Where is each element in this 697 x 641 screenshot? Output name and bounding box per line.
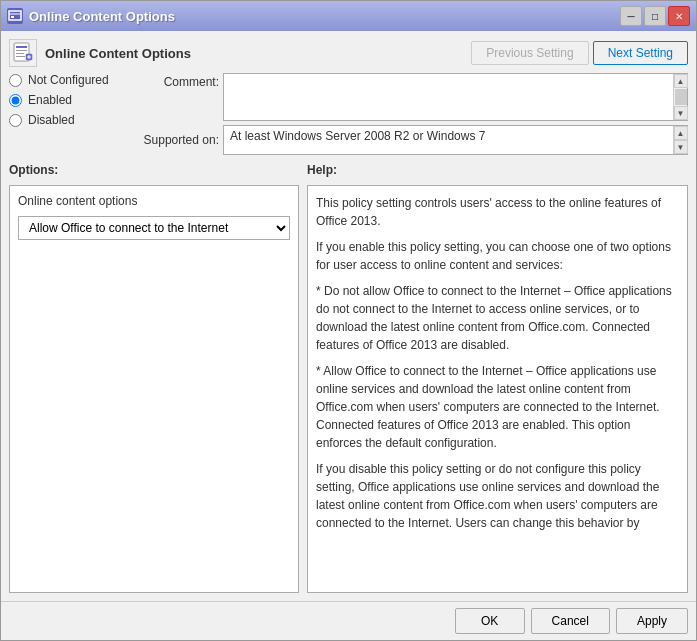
title-bar-left: Online Content Options [7, 8, 175, 24]
comment-row: Comment: ▲ ▼ [139, 73, 688, 121]
options-panel: Online content options Allow Office to c… [9, 185, 299, 593]
help-para-4: * Allow Office to connect to the Interne… [316, 362, 679, 452]
enabled-row: Enabled [9, 93, 129, 107]
comment-label: Comment: [139, 73, 219, 89]
bottom-bar: OK Cancel Apply [1, 601, 696, 640]
svg-rect-2 [11, 16, 14, 18]
policy-title: Online Content Options [45, 46, 191, 61]
enabled-label: Enabled [28, 93, 72, 107]
options-box: Online content options Allow Office to c… [9, 185, 299, 593]
svg-rect-7 [16, 56, 25, 57]
supported-value: At least Windows Server 2008 R2 or Windo… [224, 126, 673, 154]
top-section: Not Configured Enabled Disabled Comment: [9, 73, 688, 155]
svg-rect-6 [16, 53, 24, 54]
disabled-row: Disabled [9, 113, 129, 127]
top-bar-left: Online Content Options [9, 39, 191, 67]
close-button[interactable]: ✕ [668, 6, 690, 26]
ok-button[interactable]: OK [455, 608, 525, 634]
svg-rect-4 [16, 46, 27, 48]
scroll-down-arrow[interactable]: ▼ [674, 106, 688, 120]
help-panel: This policy setting controls users' acce… [307, 185, 688, 593]
cancel-button[interactable]: Cancel [531, 608, 610, 634]
help-para-2: If you enable this policy setting, you c… [316, 238, 679, 274]
comment-scrollbar: ▲ ▼ [673, 74, 687, 120]
main-window: Online Content Options ─ □ ✕ [0, 0, 697, 641]
window-content: Online Content Options Previous Setting … [1, 31, 696, 601]
prev-setting-button[interactable]: Previous Setting [471, 41, 588, 65]
divider-row: Options: Help: [9, 161, 688, 179]
window-title: Online Content Options [29, 9, 175, 24]
supported-scroll-up[interactable]: ▲ [674, 126, 688, 140]
options-dropdown[interactable]: Allow Office to connect to the Internet … [18, 216, 290, 240]
not-configured-label: Not Configured [28, 73, 109, 87]
options-box-label: Online content options [18, 194, 290, 208]
supported-scrollbar: ▲ ▼ [673, 126, 687, 154]
maximize-button[interactable]: □ [644, 6, 666, 26]
help-para-1: This policy setting controls users' acce… [316, 194, 679, 230]
enabled-radio[interactable] [9, 94, 22, 107]
next-setting-button[interactable]: Next Setting [593, 41, 688, 65]
title-bar: Online Content Options ─ □ ✕ [1, 1, 696, 31]
not-configured-row: Not Configured [9, 73, 129, 87]
svg-rect-0 [9, 11, 21, 20]
scroll-up-arrow[interactable]: ▲ [674, 74, 688, 88]
help-header: Help: [307, 163, 688, 177]
not-configured-radio[interactable] [9, 74, 22, 87]
nav-buttons: Previous Setting Next Setting [471, 41, 688, 65]
supported-row: Supported on: At least Windows Server 20… [139, 125, 688, 155]
help-para-3: * Do not allow Office to connect to the … [316, 282, 679, 354]
help-para-5: If you disable this policy setting or do… [316, 460, 679, 532]
disabled-radio[interactable] [9, 114, 22, 127]
supported-scroll-down[interactable]: ▼ [674, 140, 688, 154]
scroll-thumb [675, 89, 687, 105]
supported-field-wrap: At least Windows Server 2008 R2 or Windo… [223, 125, 688, 155]
top-bar: Online Content Options Previous Setting … [9, 39, 688, 67]
title-bar-controls: ─ □ ✕ [620, 6, 690, 26]
window-icon [7, 8, 23, 24]
supported-label: Supported on: [139, 133, 219, 147]
policy-icon [9, 39, 37, 67]
disabled-label: Disabled [28, 113, 75, 127]
comment-textarea[interactable] [224, 74, 673, 120]
apply-button[interactable]: Apply [616, 608, 688, 634]
svg-rect-5 [16, 50, 27, 51]
minimize-button[interactable]: ─ [620, 6, 642, 26]
options-header: Options: [9, 163, 299, 177]
right-fields: Comment: ▲ ▼ Supported on: At least [139, 73, 688, 155]
main-area: Online content options Allow Office to c… [9, 185, 688, 593]
help-box[interactable]: This policy setting controls users' acce… [307, 185, 688, 593]
comment-textarea-wrap: ▲ ▼ [223, 73, 688, 121]
radio-column: Not Configured Enabled Disabled [9, 73, 129, 127]
